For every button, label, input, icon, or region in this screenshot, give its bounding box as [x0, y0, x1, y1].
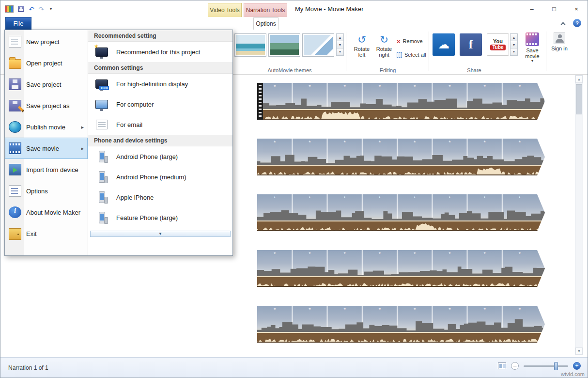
ribbon-save-movie-button[interactable]: Save movie ▾: [520, 31, 545, 65]
svg-text:*: *: [449, 251, 451, 257]
narration-tools-label: Narration Tools: [246, 7, 285, 14]
svg-text:*: *: [414, 195, 416, 201]
menu-item-exit[interactable]: Exit: [5, 223, 88, 244]
group-separator: [429, 32, 429, 71]
svg-text:*: *: [519, 140, 521, 145]
remove-icon: ×: [397, 38, 401, 45]
menu-item-import-from-device[interactable]: Import from device: [5, 159, 88, 180]
timeline-clip-row[interactable]: ********: [257, 139, 545, 175]
timeline-clip-row[interactable]: ********: [257, 250, 545, 287]
menu-item-save-project-as[interactable]: Save project as: [5, 95, 88, 116]
save-movie-submenu: Recommended setting ★ Recommended for th…: [88, 30, 232, 255]
automovie-theme-thumbnail[interactable]: [302, 33, 334, 57]
share-facebook-button[interactable]: f: [460, 33, 482, 56]
options-icon: [9, 185, 21, 197]
rotate-left-button[interactable]: ↺ Rotate left: [351, 33, 372, 68]
menu-item-label: Options: [26, 188, 48, 195]
submenu-item-feature-phone-large[interactable]: Feature Phone (large): [88, 207, 232, 228]
submenu-item-label: For computer: [116, 101, 154, 108]
timeline-clip-row[interactable]: ********: [257, 194, 545, 231]
redo-button[interactable]: ↷: [36, 4, 46, 14]
svg-text:*: *: [414, 140, 416, 145]
sign-in-button[interactable]: Sign in: [548, 31, 571, 65]
svg-text:*: *: [343, 195, 346, 201]
close-button[interactable]: ×: [569, 3, 584, 14]
menu-item-open-project[interactable]: Open project: [5, 52, 88, 74]
svg-text:*: *: [343, 84, 346, 90]
submenu-item-for-computer[interactable]: For computer: [88, 94, 232, 114]
group-label-editing: Editing: [347, 67, 428, 73]
help-button[interactable]: ?: [573, 19, 581, 27]
rotate-right-button[interactable]: ↻ Rotate right: [373, 33, 395, 68]
automovie-theme-thumbnail[interactable]: [268, 33, 300, 57]
maximize-button[interactable]: □: [547, 3, 561, 14]
submenu-item-android-large[interactable]: Android Phone (large): [88, 146, 232, 167]
zoom-slider-thumb[interactable]: [554, 362, 558, 370]
menu-item-publish-movie[interactable]: Publish movie ▸: [5, 116, 88, 138]
video-tools-contextual-tab[interactable]: Video Tools: [208, 3, 242, 17]
undo-button[interactable]: ↶: [27, 4, 36, 14]
gallery-more-button[interactable]: ▾: [510, 48, 518, 56]
share-youtube-button[interactable]: You Tube: [487, 33, 509, 56]
menu-item-label: Import from device: [26, 166, 78, 173]
scrollbar-thumb[interactable]: [576, 84, 582, 114]
ribbon-collapse-button[interactable]: [558, 20, 567, 27]
narration-tools-contextual-tab[interactable]: Narration Tools: [244, 3, 287, 17]
menu-item-about-movie-maker[interactable]: About Movie Maker: [5, 202, 88, 223]
open-project-icon: [9, 59, 21, 69]
menu-item-save-movie[interactable]: Save movie ▸: [5, 138, 88, 159]
phone-icon: [94, 210, 109, 225]
app-icon[interactable]: [5, 5, 14, 13]
facebook-icon: f: [469, 37, 473, 52]
submenu-item-label: For email: [116, 121, 142, 128]
submenu-item-recommended[interactable]: ★ Recommended for this project: [88, 42, 232, 62]
zoom-in-button[interactable]: +: [573, 362, 581, 370]
qat-customize-button[interactable]: ▾: [46, 4, 56, 14]
view-toggle-icon[interactable]: [498, 362, 506, 369]
zoom-out-button[interactable]: –: [511, 362, 519, 370]
gallery-more-button[interactable]: ▾: [336, 48, 344, 56]
watermark: wtvid.com: [561, 371, 585, 377]
share-onedrive-button[interactable]: ☁: [433, 33, 455, 56]
automovie-theme-thumbnail[interactable]: [234, 33, 266, 57]
movie-maker-window: { "window": { "title": "My Movie - Movie…: [0, 0, 588, 378]
select-all-button[interactable]: Select all: [397, 50, 426, 60]
submenu-item-for-email[interactable]: For email: [88, 114, 232, 135]
chevron-down-icon: ▾: [531, 59, 533, 63]
zoom-slider[interactable]: [524, 365, 568, 367]
person-icon: [554, 32, 565, 44]
group-editing: ↺ Rotate left ↻ Rotate right × Remove Se…: [347, 30, 428, 74]
menu-item-options[interactable]: Options: [5, 180, 88, 202]
gallery-up-button[interactable]: ▲: [336, 33, 344, 41]
email-icon: [94, 117, 109, 132]
svg-text:*: *: [309, 195, 311, 201]
submenu-item-android-medium[interactable]: Android Phone (medium): [88, 167, 232, 187]
timeline-clip-row[interactable]: ********: [257, 83, 545, 120]
tab-options[interactable]: Options: [253, 17, 279, 30]
submenu-item-apple-iphone[interactable]: Apple iPhone: [88, 187, 232, 207]
submenu-item-hd-display[interactable]: 1080 For high-definition display: [88, 74, 232, 94]
remove-button[interactable]: × Remove: [397, 36, 423, 46]
publish-movie-icon: [9, 121, 21, 133]
save-icon: [18, 6, 24, 12]
window-controls: – □ ×: [525, 3, 584, 14]
svg-text:*: *: [519, 195, 521, 201]
save-project-icon: [9, 79, 21, 90]
menu-item-label: Save project as: [26, 102, 70, 110]
submenu-scroll-down-button[interactable]: ▼: [90, 231, 231, 237]
theme-preview-image: [304, 35, 333, 55]
gallery-up-button[interactable]: ▲: [510, 33, 518, 41]
svg-text:*: *: [343, 140, 346, 145]
minimize-button[interactable]: –: [525, 3, 539, 14]
menu-item-label: Publish movie: [26, 124, 65, 131]
menu-item-new-project[interactable]: New project: [5, 31, 88, 52]
menu-item-save-project[interactable]: Save project: [5, 74, 88, 95]
svg-text:*: *: [309, 84, 311, 90]
quick-save-button[interactable]: [16, 4, 26, 14]
gallery-down-button[interactable]: ▼: [510, 41, 518, 48]
scroll-down-button[interactable]: ▼: [575, 347, 583, 355]
timeline-clip-row[interactable]: ********: [257, 306, 545, 343]
gallery-down-button[interactable]: ▼: [336, 41, 344, 48]
scroll-up-button[interactable]: ▲: [575, 76, 583, 83]
file-menu-button[interactable]: File: [5, 17, 31, 30]
